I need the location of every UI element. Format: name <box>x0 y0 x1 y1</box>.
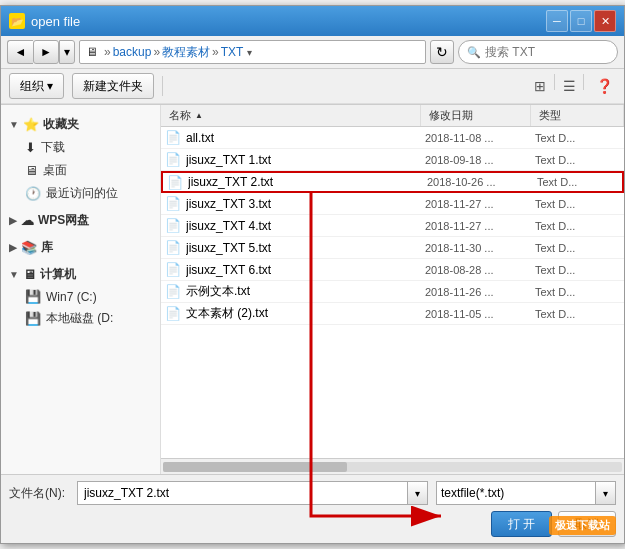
sidebar-header-wps[interactable]: ▶ ☁ WPS网盘 <box>1 209 160 232</box>
open-button[interactable]: 打 开 <box>491 511 552 537</box>
file-type: Text D... <box>531 198 624 210</box>
address-bar: ◄ ► ▾ 🖥 » backup » 教程素材 » TXT ▾ ↻ 🔍 <box>1 36 624 69</box>
col-header-type[interactable]: 类型 <box>531 105 624 126</box>
sidebar-item-desktop[interactable]: 🖥 桌面 <box>1 159 160 182</box>
favorites-label: 收藏夹 <box>43 116 79 133</box>
file-name-text: jisuxz_TXT 3.txt <box>186 197 271 211</box>
expand-icon-favorites: ▼ <box>9 119 19 130</box>
col-header-name[interactable]: 名称 ▲ <box>161 105 421 126</box>
file-icon: 📄 <box>165 196 181 211</box>
file-row[interactable]: 📄 文本素材 (2).txt 2018-11-05 ... Text D... <box>161 303 624 325</box>
file-icon: 📄 <box>165 240 181 255</box>
close-button[interactable]: ✕ <box>594 10 616 32</box>
file-name-text: jisuxz_TXT 5.txt <box>186 241 271 255</box>
file-name-cell: 📄 jisuxz_TXT 5.txt <box>161 240 421 255</box>
file-name-text: all.txt <box>186 131 214 145</box>
sidebar-header-computer[interactable]: ▼ 🖥 计算机 <box>1 263 160 286</box>
file-type: Text D... <box>531 308 624 320</box>
file-date: 2018-11-08 ... <box>421 132 531 144</box>
wps-icon: ☁ <box>21 213 34 228</box>
c-drive-icon: 💾 <box>25 289 41 304</box>
view-mode-button[interactable]: ⊞ <box>528 74 552 98</box>
file-list-area: 名称 ▲ 修改日期 类型 📄 all.txt 2018-11-08 ... Te… <box>161 105 624 474</box>
file-row[interactable]: 📄 jisuxz_TXT 3.txt 2018-11-27 ... Text D… <box>161 193 624 215</box>
file-row[interactable]: 📄 jisuxz_TXT 5.txt 2018-11-30 ... Text D… <box>161 237 624 259</box>
file-name-text: 文本素材 (2).txt <box>186 305 268 322</box>
window-title: open file <box>31 14 546 29</box>
sidebar: ▼ ⭐ 收藏夹 ⬇ 下载 🖥 桌面 🕐 最近访问的位 <box>1 105 161 474</box>
file-date: 2018-11-27 ... <box>421 198 531 210</box>
maximize-button[interactable]: □ <box>570 10 592 32</box>
download-icon: ⬇ <box>25 140 36 155</box>
file-type: Text D... <box>531 132 624 144</box>
nav-dropdown-button[interactable]: ▾ <box>59 40 75 64</box>
sidebar-item-recent[interactable]: 🕐 最近访问的位 <box>1 182 160 205</box>
breadcrumb-material[interactable]: 教程素材 <box>162 44 210 61</box>
file-name-text: 示例文本.txt <box>186 283 250 300</box>
sidebar-item-c-drive[interactable]: 💾 Win7 (C:) <box>1 286 160 307</box>
file-date: 2018-11-05 ... <box>421 308 531 320</box>
search-bar: 🔍 <box>458 40 618 64</box>
toolbar-divider <box>162 76 163 96</box>
sidebar-section-favorites: ▼ ⭐ 收藏夹 ⬇ 下载 🖥 桌面 🕐 最近访问的位 <box>1 113 160 205</box>
favorites-icon: ⭐ <box>23 117 39 132</box>
file-list-header: 名称 ▲ 修改日期 类型 <box>161 105 624 127</box>
computer-icon: 🖥 <box>23 267 36 282</box>
d-drive-label: 本地磁盘 (D: <box>46 310 113 327</box>
new-folder-button[interactable]: 新建文件夹 <box>72 73 154 99</box>
filename-label: 文件名(N): <box>9 485 69 502</box>
file-row[interactable]: 📄 jisuxz_TXT 2.txt 2018-10-26 ... Text D… <box>161 171 624 193</box>
file-row[interactable]: 📄 jisuxz_TXT 4.txt 2018-11-27 ... Text D… <box>161 215 624 237</box>
sidebar-header-favorites[interactable]: ▼ ⭐ 收藏夹 <box>1 113 160 136</box>
watermark: 极速下载站 <box>549 516 616 535</box>
file-date: 2018-11-26 ... <box>421 286 531 298</box>
nav-buttons: ◄ ► ▾ <box>7 40 75 64</box>
file-name-cell: 📄 all.txt <box>161 130 421 145</box>
file-row[interactable]: 📄 jisuxz_TXT 1.txt 2018-09-18 ... Text D… <box>161 149 624 171</box>
file-row[interactable]: 📄 示例文本.txt 2018-11-26 ... Text D... <box>161 281 624 303</box>
file-type: Text D... <box>531 220 624 232</box>
refresh-button[interactable]: ↻ <box>430 40 454 64</box>
forward-button[interactable]: ► <box>33 40 59 64</box>
file-date: 2018-10-26 ... <box>423 176 533 188</box>
breadcrumb-txt[interactable]: TXT <box>221 45 244 59</box>
file-type: Text D... <box>531 242 624 254</box>
filename-row: 文件名(N): ▾ ▾ <box>9 481 616 505</box>
filetype-input[interactable] <box>436 481 596 505</box>
minimize-button[interactable]: ─ <box>546 10 568 32</box>
file-date: 2018-11-30 ... <box>421 242 531 254</box>
file-icon: 📄 <box>165 130 181 145</box>
file-name-text: jisuxz_TXT 4.txt <box>186 219 271 233</box>
file-name-text: jisuxz_TXT 2.txt <box>188 175 273 189</box>
breadcrumb-dropdown[interactable]: ▾ <box>247 47 252 58</box>
filename-dropdown[interactable]: ▾ <box>408 481 428 505</box>
file-icon: 📄 <box>165 284 181 299</box>
file-name-cell: 📄 文本素材 (2).txt <box>161 305 421 322</box>
sidebar-section-library: ▶ 📚 库 <box>1 236 160 259</box>
view-list-button[interactable]: ☰ <box>557 74 581 98</box>
sidebar-section-wps: ▶ ☁ WPS网盘 <box>1 209 160 232</box>
breadcrumb-backup[interactable]: backup <box>113 45 152 59</box>
sidebar-item-download[interactable]: ⬇ 下载 <box>1 136 160 159</box>
file-icon: 📄 <box>165 218 181 233</box>
file-row[interactable]: 📄 jisuxz_TXT 6.txt 2018-08-28 ... Text D… <box>161 259 624 281</box>
filetype-dropdown[interactable]: ▾ <box>596 481 616 505</box>
sidebar-header-library[interactable]: ▶ 📚 库 <box>1 236 160 259</box>
organize-button[interactable]: 组织 ▾ <box>9 73 64 99</box>
expand-icon-wps: ▶ <box>9 215 17 226</box>
desktop-icon: 🖥 <box>25 163 38 178</box>
library-icon: 📚 <box>21 240 37 255</box>
file-row[interactable]: 📄 all.txt 2018-11-08 ... Text D... <box>161 127 624 149</box>
back-button[interactable]: ◄ <box>7 40 33 64</box>
search-input[interactable] <box>485 45 609 59</box>
d-drive-icon: 💾 <box>25 311 41 326</box>
help-button[interactable]: ❓ <box>592 74 616 98</box>
breadcrumb: 🖥 » backup » 教程素材 » TXT ▾ <box>79 40 426 64</box>
col-header-date[interactable]: 修改日期 <box>421 105 531 126</box>
sidebar-item-d-drive[interactable]: 💾 本地磁盘 (D: <box>1 307 160 330</box>
scroll-thumb[interactable] <box>163 462 347 472</box>
filename-input[interactable] <box>77 481 408 505</box>
horizontal-scrollbar[interactable] <box>161 458 624 474</box>
search-icon: 🔍 <box>467 46 481 59</box>
sidebar-item-recent-label: 最近访问的位 <box>46 185 118 202</box>
